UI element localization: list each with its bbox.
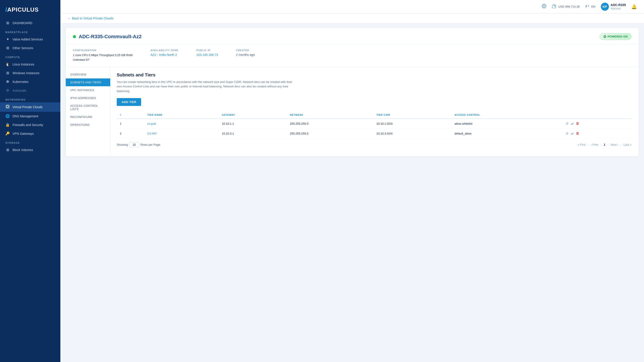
az-block: AVAILABILITY ZONE AZ2 - India North 2 [150, 49, 178, 62]
row1-transfer-icon[interactable]: ⇄ [571, 122, 574, 126]
row1-delete-icon[interactable]: 🗑 [576, 122, 580, 126]
sidebar-item-label: Virtual Private Clouds [12, 105, 42, 109]
sidebar-item-other-services[interactable]: ⊞ Other Services [0, 43, 60, 52]
first-page-button[interactable]: « First [576, 143, 586, 147]
sidebar-item-dashboard[interactable]: ⊞ DASHBOARD [0, 18, 60, 27]
notification-bell-icon[interactable]: 🔔 [631, 4, 637, 9]
org-label: Apiculus [611, 7, 626, 10]
balance-amount: USD 999,715.38 [558, 5, 580, 8]
table-header-row: # TIER NAME GATEWAY NETMASK Tier CIDR AC… [117, 111, 632, 119]
sub-nav-vpc-instances[interactable]: VPC INSTANCES [66, 86, 110, 94]
vpc-icon [5, 105, 10, 109]
sidebar-item-label: Firewalls and Security [12, 123, 43, 127]
sidebar-item-label: Linux Instances [12, 62, 34, 66]
row1-restart-icon[interactable]: ↺ [566, 122, 568, 126]
sub-nav-operations[interactable]: OPERATIONS [66, 121, 110, 129]
sub-nav-reconfigure[interactable]: RECONFIGURE [66, 113, 110, 121]
sub-nav-access-control-lists[interactable]: ACCESS CONTROL LISTS [66, 102, 110, 113]
row1-tier-name[interactable]: cv-pub [144, 119, 219, 129]
next-page-button[interactable]: Next › [610, 143, 620, 147]
topbar: USD 999,715.38 EN KP ADC-R335 A [60, 0, 644, 13]
topbar-user[interactable]: KP ADC-R335 Apiculus [601, 3, 626, 11]
rows-per-page-label: Rows per Page [140, 143, 160, 146]
sidebar-item-label: Block Volumes [12, 148, 33, 152]
sub-navigation: OVERVIEW SUBNETS AND TIERS VPC INSTANCES… [66, 67, 110, 156]
powered-on-badge: ⏻ POWERED ON [600, 33, 632, 40]
row2-restart-icon[interactable]: ↺ [566, 131, 568, 136]
config-block: CONFIGURATION 1 core CPU 0 Mbps Throughp… [73, 49, 132, 62]
row2-delete-icon[interactable]: 🗑 [576, 131, 580, 135]
kubernetes-icon: ☸ [5, 79, 10, 84]
rows-per-page-info: Showing Rows per Page [117, 142, 160, 147]
breadcrumb: ← Back to Virtual Private Clouds [60, 13, 644, 23]
topbar-globe[interactable] [542, 3, 546, 9]
subnets-description: You can create networking tiers in this … [117, 80, 296, 94]
add-tier-button[interactable]: ADD TIER [117, 98, 141, 106]
prev-page-button[interactable]: ‹ Prev [590, 143, 600, 147]
pagination-bar: Showing Rows per Page « First | ‹ Prev |… [117, 142, 632, 147]
row2-transfer-icon[interactable]: ⇄ [571, 131, 574, 136]
networking-section-label: NETWORKING [0, 95, 60, 102]
sidebar-item-linux-instances[interactable]: 🐧 Linux Instances [0, 60, 60, 69]
row2-gateway: 10.10.3.1 [219, 128, 287, 138]
sidebar-item-windows-instances[interactable]: ⊞ Windows Instances [0, 69, 60, 77]
logo-accent: / [5, 6, 7, 13]
table-row: 1 cv-pub 10.10.1.1 255.255.255.0 10.10.1… [117, 119, 632, 129]
config-label: CONFIGURATION [73, 49, 132, 52]
sub-nav-ipv4-addresses[interactable]: IPV4 ADDRESSES [66, 94, 110, 102]
vpn-icon: 🔑 [5, 131, 10, 136]
col-header-tier-name: TIER NAME [144, 111, 219, 119]
sub-nav-overview[interactable]: OVERVIEW [66, 71, 110, 78]
sidebar-item-virtual-private-clouds[interactable]: Virtual Private Clouds [0, 102, 60, 112]
ip-label: PUBLIC IP [196, 49, 218, 52]
sidebar-item-kubernetes[interactable]: ☸ Kubernetes [0, 77, 60, 86]
created-value: 2 months ago [236, 53, 255, 56]
marketplace-section-label: MARKETPLACE [0, 27, 60, 35]
rows-per-page-input[interactable] [129, 142, 139, 147]
sidebar-item-label: DNS Management [12, 114, 38, 118]
sub-nav-subnets-tiers[interactable]: SUBNETS AND TIERS [66, 78, 110, 86]
autoscale-icon: ⚙ [5, 88, 10, 92]
firewall-icon: 🔒 [5, 123, 10, 127]
row2-tier-name[interactable]: CV-INT [144, 128, 219, 138]
created-block: CREATED 2 months ago [236, 49, 255, 62]
az-value: AZ2 - India North 2 [150, 53, 178, 56]
vpc-title: ADC-R335-Commvault-Az2 [73, 34, 142, 39]
back-to-vpc-link[interactable]: ← Back to Virtual Private Clouds [68, 16, 113, 20]
sep2: | [601, 143, 602, 146]
compute-section-label: COMPUTE [0, 52, 60, 60]
subnets-panel: Subnets and Tiers You can create network… [110, 67, 639, 156]
ip-block: PUBLIC IP 103.145.166.73 [196, 49, 218, 62]
col-header-num: # [117, 111, 144, 119]
sidebar-item-block-volumes[interactable]: ⊞ Block Volumes [0, 145, 60, 154]
main-content: USD 999,715.38 EN KP ADC-R335 A [60, 0, 644, 362]
sidebar-item-label: Other Services [12, 46, 33, 50]
sep4: | [620, 143, 621, 146]
created-label: CREATED [236, 49, 255, 52]
subnets-title: Subnets and Tiers [117, 72, 632, 77]
row1-tier-cidr: 10.10.1.0/24 [373, 119, 451, 129]
vpc-card: ADC-R335-Commvault-Az2 ⏻ POWERED ON CONF… [66, 28, 639, 156]
sidebar-item-firewalls-security[interactable]: 🔒 Firewalls and Security [0, 120, 60, 129]
vpc-header: ADC-R335-Commvault-Az2 ⏻ POWERED ON [66, 28, 639, 44]
row2-actions: ↺ ⇄ 🗑 [562, 128, 632, 138]
sidebar-item-label: Kubernetes [12, 80, 28, 84]
sidebar-item-value-added-services[interactable]: ✦ Value Added Services [0, 35, 60, 43]
other-services-icon: ⊞ [5, 46, 10, 50]
svg-rect-0 [6, 105, 9, 108]
power-status-label: POWERED ON [608, 35, 628, 38]
last-page-button[interactable]: Last » [623, 143, 632, 147]
topbar-language[interactable]: EN [585, 4, 595, 9]
col-header-access-control: ACCESS CONTROL [451, 111, 562, 119]
power-icon: ⏻ [603, 35, 606, 38]
row1-access-control: allow-whitelist [451, 119, 562, 129]
row2-action-buttons: ↺ ⇄ 🗑 [566, 131, 629, 136]
pagination-navigation: « First | ‹ Prev | 1 | Next › | Last » [576, 143, 632, 147]
topbar-balance[interactable]: USD 999,715.38 [552, 4, 580, 9]
storage-section-label: STORAGE [0, 138, 60, 145]
ip-value: 103.145.166.73 [196, 53, 218, 56]
page-content: ← Back to Virtual Private Clouds ADC-R33… [60, 13, 644, 362]
row1-netmask: 255.255.255.0 [287, 119, 373, 129]
sidebar-item-dns-management[interactable]: 🌐 DNS Management [0, 112, 60, 120]
sidebar-item-vpn-gateways[interactable]: 🔑 VPN Gateways [0, 129, 60, 138]
